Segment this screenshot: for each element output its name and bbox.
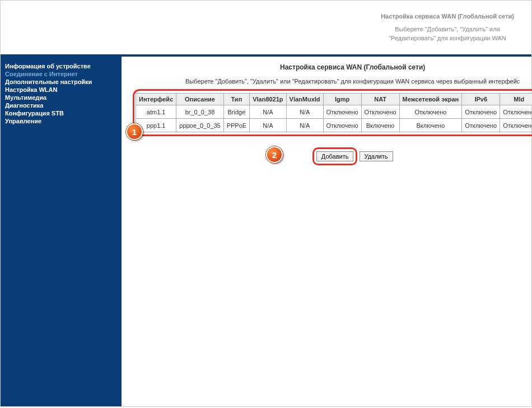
sidebar-item-4[interactable]: Мультимедиа — [5, 94, 117, 101]
main-title: Настройка сервиса WAN (Глобальной сети) — [133, 63, 532, 71]
cell-0-3: N/A — [250, 105, 286, 119]
col-header-6: NAT — [361, 94, 399, 105]
sidebar-item-2[interactable]: Дополнительные настройки — [5, 78, 117, 86]
cell-1-3: N/A — [250, 119, 286, 132]
sidebar-item-7[interactable]: Управление — [5, 117, 117, 125]
cell-1-8: Отключено — [462, 119, 500, 132]
header-title: Настройка сервиса WAN (Глобальной сети) — [380, 12, 515, 21]
sidebar-item-0[interactable]: Информация об устройстве — [5, 62, 117, 70]
cell-1-7: Включено — [399, 119, 462, 132]
sidebar-item-6[interactable]: Конфигурация STB — [5, 109, 117, 117]
col-header-4: VlanMuxId — [286, 94, 323, 105]
delete-button[interactable]: Удалить — [360, 151, 393, 161]
callout-1: 1 — [126, 123, 143, 140]
cell-0-6: Отключено — [361, 105, 399, 119]
header-subtitle: Выберете "Добавить", "Удалить" или "Реда… — [380, 25, 515, 43]
col-header-9: Mld — [500, 94, 532, 105]
cell-0-1: br_0_0_38 — [176, 105, 223, 119]
header-bar: Настройка сервиса WAN (Глобальной сети) … — [1, 1, 531, 57]
callout-2: 2 — [266, 146, 283, 163]
table-row: atm1.1br_0_0_38BridgeN/AN/AОтключеноОткл… — [136, 105, 533, 119]
cell-0-4: N/A — [286, 105, 323, 119]
wan-table: ИнтерфейсОписаниеТипVlan8021pVlanMuxIdIg… — [136, 93, 532, 132]
sidebar: Информация об устройствеСоединение с Инт… — [1, 57, 122, 406]
cell-1-1: pppoe_0_0_35 — [176, 119, 223, 132]
main-content: Настройка сервиса WAN (Глобальной сети) … — [122, 57, 532, 406]
table-highlight: ИнтерфейсОписаниеТипVlan8021pVlanMuxIdIg… — [133, 89, 532, 136]
cell-1-9: Отключено — [500, 119, 532, 132]
col-header-0: Интерфейс — [136, 94, 176, 105]
col-header-8: IPv6 — [462, 94, 500, 105]
cell-1-4: N/A — [286, 119, 323, 132]
table-row: ppp1.1pppoe_0_0_35PPPoEN/AN/AОтключеноВк… — [136, 119, 533, 132]
sidebar-item-3[interactable]: Настройка WLAN — [5, 86, 117, 94]
cell-0-9: Отключено — [500, 105, 532, 119]
cell-1-2: PPPoE — [223, 119, 249, 132]
col-header-1: Описание — [176, 94, 223, 105]
wan-table-header-row: ИнтерфейсОписаниеТипVlan8021pVlanMuxIdIg… — [136, 94, 533, 105]
col-header-5: Igmp — [323, 94, 361, 105]
main-subtitle: Выберете "Добавить", "Удалить" или "Реда… — [133, 78, 532, 85]
col-header-2: Тип — [223, 94, 249, 105]
button-row: Добавить Удалить — [133, 142, 532, 165]
cell-0-2: Bridge — [223, 105, 249, 119]
cell-0-8: Отключено — [462, 105, 500, 119]
sidebar-item-1[interactable]: Соединение с Интернет — [5, 70, 117, 78]
sidebar-item-5[interactable]: Диагностика — [5, 101, 117, 109]
cell-1-6: Включено — [361, 119, 399, 132]
add-button-highlight: Добавить — [312, 147, 358, 165]
cell-0-7: Отключено — [399, 105, 462, 119]
add-button[interactable]: Добавить — [316, 151, 354, 161]
header-text: Настройка сервиса WAN (Глобальной сети) … — [380, 12, 515, 43]
cell-0-5: Отключено — [323, 105, 361, 119]
cell-1-5: Отключено — [323, 119, 361, 132]
col-header-3: Vlan8021p — [250, 94, 286, 105]
col-header-7: Межсетевой экран — [399, 94, 462, 105]
cell-0-0: atm1.1 — [136, 105, 176, 119]
